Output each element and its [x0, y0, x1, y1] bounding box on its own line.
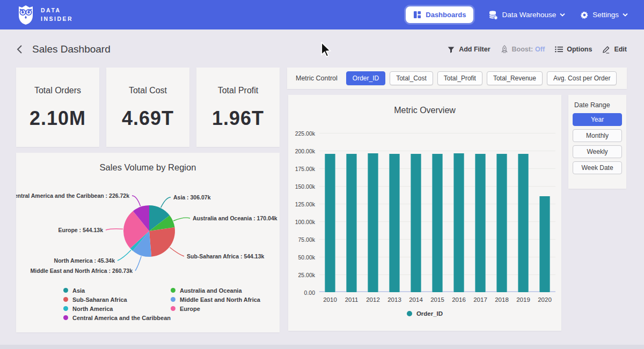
metric-control-label: Metric Control [296, 75, 338, 82]
pie-legend-item-central-america-and-the-caribbean[interactable]: Central America and the Caribbean [63, 313, 171, 322]
bar-slot [491, 133, 513, 292]
pie-slice-label: Central America and the Caribbean : 226.… [16, 192, 129, 199]
bar-2017[interactable] [475, 154, 486, 292]
bar-slot [470, 133, 491, 292]
x-axis-tick-label: 2011 [341, 296, 362, 303]
x-axis-tick-label: 2016 [448, 296, 470, 303]
pie-legend-column-2: Australia and Oceania Middle East and No… [171, 286, 260, 313]
nav-menu: Dashboards Data Warehouse [406, 6, 628, 23]
bar-2014[interactable] [411, 154, 421, 292]
brand-line2: INSIDER [41, 16, 73, 22]
legend-label: Central America and the Caribbean [72, 315, 171, 321]
date-range-button-weekly[interactable]: Weekly [573, 145, 622, 158]
brand-logo[interactable]: DATA INSIDER [16, 5, 73, 25]
x-axis-tick-label: 2012 [362, 296, 384, 303]
sales-dashboard-app: DATA INSIDER Dashboards [0, 0, 644, 349]
date-range-button-week-date[interactable]: Week Date [573, 161, 622, 174]
y-axis-tick-label: 0.00 [288, 289, 315, 296]
bar-2013[interactable] [389, 154, 400, 292]
legend-label: Order_ID [416, 310, 443, 317]
bar-chart-legend[interactable]: Order_ID [288, 310, 561, 317]
bar-2015[interactable] [432, 154, 443, 292]
bar-2016[interactable] [453, 153, 464, 292]
bar-slot [427, 133, 448, 292]
bar-2012[interactable] [368, 153, 378, 292]
header-actions: Add Filter Boost: Off [447, 45, 627, 54]
metric-button-total-profit[interactable]: Total_Profit [437, 71, 482, 85]
bar-slot [405, 133, 427, 292]
y-axis-tick-label: 125.00k [288, 201, 315, 207]
metric-button-total-revenue[interactable]: Total_Revenue [487, 71, 543, 85]
date-range-buttons: YearMonthlyWeeklyWeek Date [573, 113, 622, 174]
bar-2019[interactable] [518, 154, 529, 292]
bar-2011[interactable] [346, 154, 357, 292]
bar-slot [341, 133, 362, 292]
legend-label: Asia [72, 287, 85, 294]
pie-legend-item-middle-east-and-north-africa[interactable]: Middle East and North Africa [171, 295, 260, 304]
dashboards-button[interactable]: Dashboards [406, 6, 473, 23]
date-range-label: Date Range [574, 101, 622, 109]
x-axis-tick-label: 2015 [427, 296, 448, 303]
options-label: Options [567, 46, 592, 53]
data-warehouse-menu[interactable]: Data Warehouse [488, 10, 565, 20]
boost-state: Off [535, 46, 545, 53]
bar-chart-title: Metric Overview [288, 106, 561, 115]
y-axis-labels: 0.0025.00k50.00k75.00k100.00k125.00k150.… [288, 133, 315, 292]
edit-label: Edit [614, 46, 627, 53]
pie-legend-item-north-america[interactable]: North America [63, 304, 171, 313]
pie-callout-line [161, 197, 171, 207]
legend-label: Sub-Saharan Africa [72, 296, 127, 303]
settings-menu[interactable]: Settings [580, 11, 628, 19]
bar-slot [534, 133, 555, 292]
legend-dot [171, 297, 175, 302]
legend-label: North America [72, 306, 113, 312]
brand-name: DATA INSIDER [41, 6, 73, 24]
pie-slice-label: Sub-Saharan Africa : 544.13k [187, 253, 264, 259]
pie-legend-item-asia[interactable]: Asia [63, 286, 171, 295]
boost-label: Boost: [512, 46, 533, 53]
y-axis-tick-label: 75.00k [288, 236, 315, 243]
metric-button-avg-cost-per-order[interactable]: Avg. Cost per Order [547, 71, 617, 85]
legend-dot [63, 315, 68, 320]
metric-button-total-cost[interactable]: Total_Cost [390, 71, 433, 85]
boost-toggle[interactable]: Boost: Off [501, 45, 545, 54]
bottom-strip [0, 345, 644, 349]
x-axis-tick-label: 2019 [513, 296, 534, 303]
add-filter-button[interactable]: Add Filter [447, 46, 490, 54]
kpi-value: 4.69T [122, 107, 174, 130]
legend-dot [407, 311, 412, 316]
bar-2020[interactable] [539, 196, 550, 292]
pie-callout-line [132, 196, 141, 206]
pie-slice-label: North America : 45.34k [54, 257, 115, 264]
bar-2010[interactable] [325, 154, 335, 292]
y-axis-tick-label: 175.00k [288, 166, 315, 172]
bar-slot [319, 133, 341, 292]
add-filter-label: Add Filter [459, 46, 490, 53]
bar-slot [513, 133, 534, 292]
back-button[interactable] [15, 43, 25, 55]
date-range-button-year[interactable]: Year [573, 113, 622, 126]
pie-legend-item-australia-and-oceania[interactable]: Australia and Oceania [171, 286, 260, 295]
pie-legend-item-sub-saharan-africa[interactable]: Sub-Saharan Africa [63, 295, 171, 304]
bar-2018[interactable] [496, 154, 507, 292]
metric-button-order-id[interactable]: Order_ID [346, 71, 385, 85]
pie-slice-sub-saharan-africa[interactable] [149, 227, 175, 257]
options-button[interactable]: Options [555, 46, 592, 53]
bar-chart-card: Metric Overview 0.0025.00k50.00k75.00k10… [288, 95, 561, 331]
y-axis-tick-label: 100.00k [288, 219, 315, 225]
kpi-label: Total Cost [129, 86, 167, 95]
pencil-icon [602, 46, 610, 54]
edit-button[interactable]: Edit [602, 46, 627, 54]
kpi-value: 1.96T [212, 107, 264, 130]
kpi-row: Total Orders 2.10MTotal Cost 4.69TTotal … [16, 68, 280, 147]
kpi-label: Total Profit [218, 86, 259, 95]
brand-line1: DATA [41, 7, 61, 13]
legend-dot [63, 288, 68, 293]
date-range-button-monthly[interactable]: Monthly [573, 129, 622, 142]
pie-legend-column-1: Asia Sub-Saharan Africa North America Ce… [63, 286, 171, 322]
kpi-label: Total Orders [34, 86, 81, 95]
y-axis-tick-label: 25.00k [288, 272, 315, 278]
pie-legend-item-europe[interactable]: Europe [171, 304, 260, 313]
legend-dot [63, 297, 68, 302]
pie-chart: Asia : 306.07kAustralia and Oceania : 17… [16, 177, 280, 284]
